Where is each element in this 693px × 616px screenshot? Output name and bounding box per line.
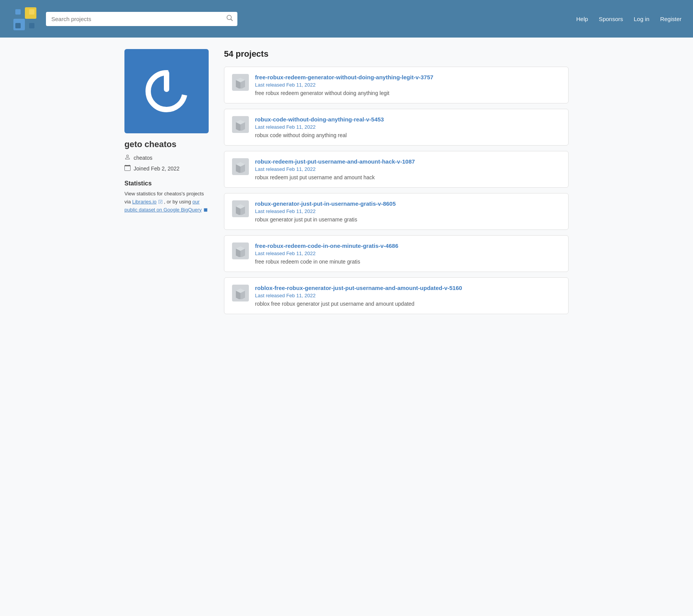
profile-handle: cheatos: [134, 155, 152, 161]
project-icon: [232, 200, 249, 217]
stats-heading: Statistics: [124, 180, 209, 187]
project-info: robux-redeem-just-put-username-and-amoun…: [255, 158, 561, 180]
nav-sponsors[interactable]: Sponsors: [599, 16, 623, 22]
project-name[interactable]: robux-generator-just-put-in-username-gra…: [255, 200, 561, 207]
libraries-io-link[interactable]: Libraries.io: [132, 199, 157, 205]
project-info: roblox-free-robux-generator-just-put-use…: [255, 285, 561, 307]
profile-handle-item: cheatos: [124, 154, 209, 162]
site-header: Help Sponsors Log in Register: [0, 0, 693, 38]
project-name[interactable]: robux-code-without-doing-anything-real-v…: [255, 116, 561, 123]
sidebar: geto cheatos cheatos Joined Feb 2, 2022: [124, 49, 209, 214]
project-info: free-robux-redeem-code-in-one-minute-gra…: [255, 242, 561, 265]
projects-section: 54 projects free-robux-redeem-generator-…: [224, 49, 569, 319]
project-card: free-robux-redeem-code-in-one-minute-gra…: [224, 235, 569, 272]
project-description: free robux redeem generator without doin…: [255, 90, 561, 96]
projects-list: free-robux-redeem-generator-without-doin…: [224, 67, 569, 314]
profile-joined-item: Joined Feb 2, 2022: [124, 165, 209, 172]
nav-login[interactable]: Log in: [634, 16, 649, 22]
project-name[interactable]: free-robux-redeem-code-in-one-minute-gra…: [255, 242, 561, 249]
site-logo[interactable]: [11, 5, 38, 32]
stats-description: View statistics for cheatos's projects v…: [124, 190, 209, 214]
project-info: robux-code-without-doing-anything-real-v…: [255, 116, 561, 138]
main-container: geto cheatos cheatos Joined Feb 2, 2022: [117, 49, 576, 319]
search-input[interactable]: [46, 12, 237, 26]
profile-meta: cheatos Joined Feb 2, 2022: [124, 154, 209, 172]
nav-register[interactable]: Register: [660, 16, 682, 22]
avatar: [124, 49, 209, 133]
project-released: Last released Feb 11, 2022: [255, 208, 561, 214]
svg-rect-6: [15, 23, 21, 28]
project-description: roblox free robux generator just put use…: [255, 301, 561, 307]
project-name[interactable]: robux-redeem-just-put-username-and-amoun…: [255, 158, 561, 165]
project-icon: [232, 158, 249, 175]
svg-rect-5: [29, 9, 34, 15]
project-released: Last released Feb 11, 2022: [255, 251, 561, 256]
nav-help[interactable]: Help: [576, 16, 588, 22]
project-icon: [232, 285, 249, 301]
search-form: [46, 12, 237, 26]
project-icon: [232, 242, 249, 259]
svg-rect-4: [15, 9, 21, 15]
project-icon: [232, 116, 249, 133]
project-card: free-robux-redeem-generator-without-doin…: [224, 67, 569, 103]
header-nav: Help Sponsors Log in Register: [576, 16, 682, 22]
project-card: robux-code-without-doing-anything-real-v…: [224, 109, 569, 146]
projects-count: 54 projects: [224, 49, 569, 59]
project-info: robux-generator-just-put-in-username-gra…: [255, 200, 561, 223]
project-description: free robux redeem code in one minute gra…: [255, 259, 561, 265]
project-released: Last released Feb 11, 2022: [255, 293, 561, 298]
project-name[interactable]: free-robux-redeem-generator-without-doin…: [255, 74, 561, 80]
project-description: robux code without doing anything real: [255, 132, 561, 138]
project-icon: [232, 74, 249, 91]
profile-joined: Joined Feb 2, 2022: [134, 165, 180, 172]
project-description: robux redeem just put username and amoun…: [255, 174, 561, 180]
project-released: Last released Feb 11, 2022: [255, 166, 561, 172]
project-description: robux generator just put in username gra…: [255, 216, 561, 223]
user-icon: [124, 154, 131, 162]
svg-rect-7: [29, 23, 34, 28]
calendar-icon: [124, 165, 131, 172]
project-released: Last released Feb 11, 2022: [255, 124, 561, 130]
project-released: Last released Feb 11, 2022: [255, 82, 561, 88]
project-info: free-robux-redeem-generator-without-doin…: [255, 74, 561, 96]
profile-username: geto cheatos: [124, 139, 209, 149]
stats-text-2: , or by using: [164, 199, 191, 205]
project-name[interactable]: roblox-free-robux-generator-just-put-use…: [255, 285, 561, 291]
project-card: roblox-free-robux-generator-just-put-use…: [224, 277, 569, 314]
project-card: robux-redeem-just-put-username-and-amoun…: [224, 151, 569, 188]
project-card: robux-generator-just-put-in-username-gra…: [224, 193, 569, 230]
